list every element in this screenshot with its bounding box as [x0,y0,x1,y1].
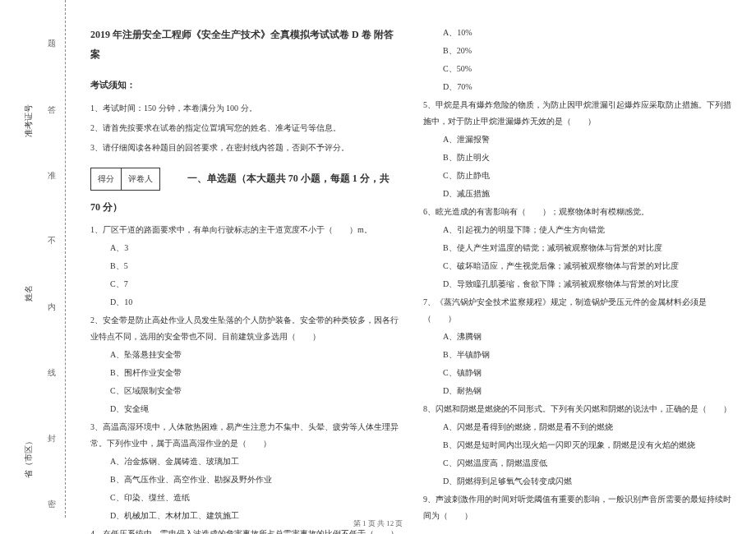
q2-stem: 2、安全带是防止高处作业人员发生坠落的个人防护装备。安全带的种类较多，因各行业特… [90,312,399,345]
score-cell-score: 得分 [91,168,122,190]
q1-d: D、10 [90,294,399,311]
q4-b: B、20% [423,43,735,59]
q1-a: A、3 [90,240,399,256]
q3-c: C、印染、缫丝、造纸 [90,490,399,506]
binding-margin: 省（市区） 姓名 准考证号 密 封 线 内 不 准 答 题 [0,0,66,518]
q7-d: D、耐热钢 [423,383,735,399]
q2-a: A、坠落悬挂安全带 [90,347,399,363]
q7-a: A、沸腾钢 [423,329,735,345]
exam-title: 2019 年注册安全工程师《安全生产技术》全真模拟考试试卷 D 卷 附答案 [90,25,399,64]
q6-a: A、引起视力的明显下降；使人产生方向错觉 [423,222,735,238]
q1-c: C、7 [90,276,399,292]
q2-b: B、围杆作业安全带 [90,365,399,381]
q3-a: A、冶金炼钢、金属铸造、玻璃加工 [90,453,399,470]
left-column: 2019 年注册安全工程师《安全生产技术》全真模拟考试试卷 D 卷 附答案 考试… [74,25,411,518]
q5-d: D、减压措施 [423,186,735,202]
q5-b: B、防止明火 [423,150,735,166]
field-name: 姓名 [23,285,35,302]
score-cell-grader: 评卷人 [122,168,159,190]
right-column: A、10% B、20% C、50% D、70% 5、甲烷是具有爆炸危险的物质，为… [411,25,748,518]
q6-c: C、破坏暗适应，产生视觉后像；减弱被观察物体与背景的对比度 [423,258,735,274]
field-ticket: 准考证号 [23,104,35,137]
page-footer: 第 1 页 共 12 页 [0,518,756,529]
q5-c: C、防止静电 [423,168,735,184]
q6-d: D、导致瞳孔肌萎缩，食欲下降；减弱被观察物体与背景的对比度 [423,276,735,292]
content-area: 2019 年注册安全工程师《安全生产技术》全真模拟考试试卷 D 卷 附答案 考试… [66,0,756,518]
q8-stem: 8、闪燃和阴燃是燃烧的不同形式。下列有关闪燃和阴燃的说法中，正确的是（ ） [423,401,735,417]
q4-d: D、70% [423,79,735,95]
q4-a: A、10% [423,25,735,41]
q7-stem: 7、《蒸汽锅炉安全技术监察规程》规定，制造锅炉受压元件的金属材料必须是（ ） [423,294,735,327]
q7-b: B、半镇静钢 [423,347,735,363]
q8-a: A、闪燃是看得到的燃烧，阴燃是看不到的燃烧 [423,419,735,435]
q2-d: D、安全绳 [90,401,399,417]
q8-d: D、阴燃得到足够氧气会转变成闪燃 [423,473,735,490]
q3-b: B、高气压作业、高空作业、勘探及野外作业 [90,472,399,488]
q1-b: B、5 [90,258,399,274]
q5-a: A、泄漏报警 [423,131,735,148]
q6-stem: 6、眩光造成的有害影响有（ ）；观察物体时有模糊感觉。 [423,204,735,220]
field-province: 省（市区） [23,437,35,478]
score-box: 得分 评卷人 [90,168,160,191]
q4-c: C、50% [423,61,735,77]
q3-stem: 3、高温高湿环境中，人体散热困难，易产生注意力不集中、头晕、疲劳等人体生理异常。… [90,419,399,452]
q1-stem: 1、厂区干道的路面要求中，有单向行驶标志的主干道宽度不小于（ ）m。 [90,222,399,238]
notice-label: 考试须知： [90,76,399,94]
q2-c: C、区域限制安全带 [90,383,399,399]
instruction-2: 2、请首先按要求在试卷的指定位置填写您的姓名、准考证号等信息。 [90,120,399,136]
q7-c: C、镇静钢 [423,365,735,381]
q8-c: C、闪燃温度高，阴燃温度低 [423,455,735,472]
q8-b: B、闪燃是短时间内出现火焰一闪即灭的现象，阴燃是没有火焰的燃烧 [423,437,735,453]
instruction-3: 3、请仔细阅读各种题目的回答要求，在密封线内答题，否则不予评分。 [90,140,399,156]
q5-stem: 5、甲烷是具有爆炸危险的物质，为防止因甲烷泄漏引起爆炸应采取防止措施。下列措施中… [423,97,735,130]
q6-b: B、使人产生对温度的错觉；减弱被观察物体与背景的对比度 [423,240,735,256]
instruction-1: 1、考试时间：150 分钟，本卷满分为 100 分。 [90,100,399,117]
